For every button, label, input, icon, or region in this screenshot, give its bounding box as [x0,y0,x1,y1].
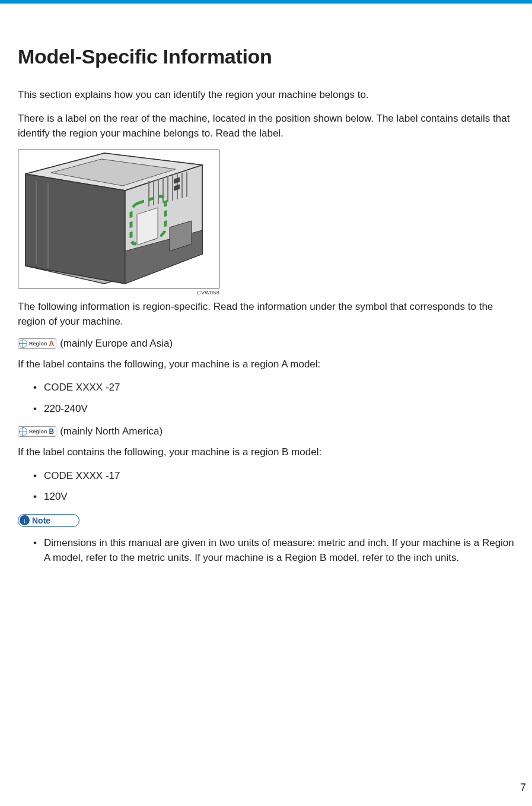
page-content: Model-Specific Information This section … [0,4,532,566]
region-a-line: Region A (mainly Europe and Asia) [18,338,514,350]
intro-paragraph-2: There is a label on the rear of the mach… [18,111,514,141]
printer-rear-illustration [18,150,219,288]
region-a-badge-label: Region [29,341,47,347]
region-b-paragraph: If the label contains the following, you… [18,445,514,460]
region-a-letter: A [49,339,55,348]
region-a-desc: (mainly Europe and Asia) [60,338,173,350]
globe-icon [19,339,27,348]
page-number: 7 [520,782,526,794]
region-b-letter: B [49,427,55,436]
region-b-desc: (mainly North America) [60,426,163,437]
machine-figure: CVW058 [18,150,514,296]
list-item: Dimensions in this manual are given in t… [44,535,514,566]
note-label: Note [32,516,50,525]
region-info-paragraph: The following information is region-spec… [18,299,514,329]
region-b-list: CODE XXXX -17 120V [44,468,514,504]
region-a-badge: Region A [18,338,56,349]
region-a-paragraph: If the label contains the following, you… [18,357,514,372]
list-item: CODE XXXX -27 [44,380,514,395]
list-item: 120V [44,489,514,504]
note-badge: ↓ Note [18,514,79,527]
region-a-list: CODE XXXX -27 220-240V [44,380,514,416]
machine-illustration-box [18,150,219,288]
intro-paragraph-1: This section explains how you can identi… [18,87,514,103]
region-b-badge-label: Region [29,429,47,434]
list-item: 220-240V [44,401,514,417]
arrow-down-icon: ↓ [20,515,30,525]
list-item: CODE XXXX -17 [44,468,514,484]
region-b-badge: Region B [18,426,56,437]
note-list: Dimensions in this manual are given in t… [44,535,514,566]
region-b-line: Region B (mainly North America) [18,426,514,437]
figure-caption: CVW058 [18,290,219,296]
page-heading: Model-Specific Information [18,45,514,68]
globe-icon [19,427,27,436]
